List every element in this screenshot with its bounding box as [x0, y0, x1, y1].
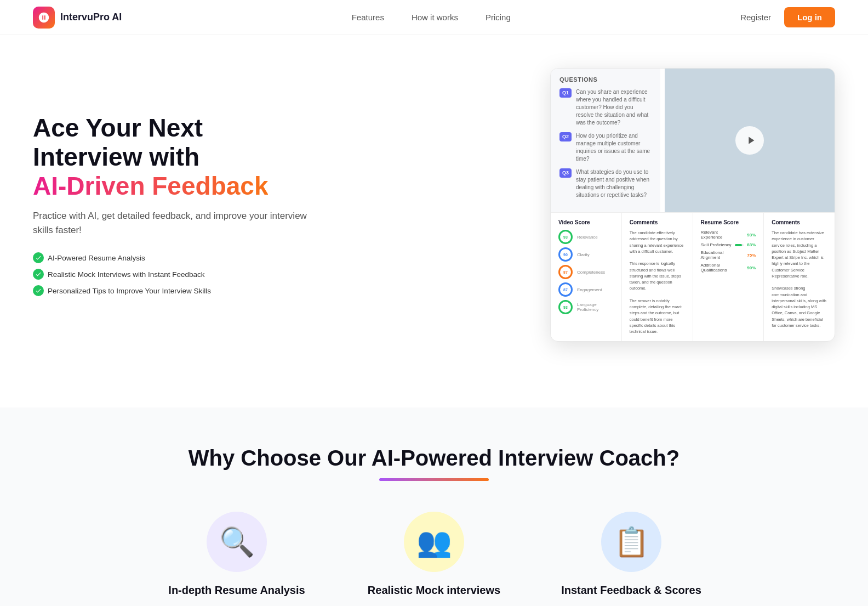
sc-metric-1: 93 Relevance [558, 230, 614, 244]
why-card-desc-mock: Practice in a stress-free environment wi… [346, 603, 522, 606]
hero-feature-3: Personalized Tips to Improve Your Interv… [33, 285, 211, 296]
nav-features[interactable]: Features [352, 13, 384, 22]
nav-actions: Register Log in [740, 7, 835, 27]
why-underline [379, 478, 489, 481]
sc-score-row-3: Educational Alignment 75% [701, 250, 756, 260]
hero-left: Ace Your Next Interview with AI-Driven F… [33, 114, 307, 297]
logo[interactable]: IntervuPro AI [33, 7, 122, 29]
nav-how-it-works[interactable]: How it works [412, 13, 458, 22]
sc-video-panel [665, 69, 835, 212]
login-button[interactable]: Log in [784, 7, 835, 27]
why-icon-resume: 🔍 [207, 512, 267, 572]
sc-q-num-1: Q1 [559, 88, 572, 98]
sc-resume-score-title: Resume Score [701, 219, 756, 225]
logo-svg [38, 12, 50, 24]
navbar: IntervuPro AI Features How it works Pric… [0, 0, 868, 35]
sc-resume-comments-text: The candidate has extensive experience i… [772, 230, 827, 329]
hero-subtitle: Practice with AI, get detailed feedback,… [33, 209, 307, 237]
hero-features: AI-Powered Resume Analysis Realistic Moc… [33, 252, 307, 296]
why-card-desc-feedback: Receive immediate feedback on your inter… [544, 603, 719, 606]
sc-score-row-1: Relevant Experience 93% [701, 230, 756, 240]
sc-q-num-3: Q3 [559, 168, 572, 178]
sc-q-num-2: Q2 [559, 132, 572, 141]
check-icon-1 [33, 252, 44, 263]
sc-donut-language: 93 [558, 300, 573, 314]
sc-bottom: Video Score 93 Relevance 90 Clarity 87 C… [551, 212, 835, 341]
sc-donut-clarity: 90 [558, 247, 573, 262]
sc-donut-completeness: 87 [558, 265, 573, 279]
feature-label-3: Personalized Tips to Improve Your Interv… [48, 287, 211, 295]
sc-donut-relevance: 93 [558, 230, 573, 244]
sc-score-row-4: Additional Qualifications 90% [701, 263, 756, 273]
sc-metric-4: 87 Engagement [558, 282, 614, 297]
why-icon-mock: 👥 [404, 512, 464, 572]
sc-q-text-2: How do you prioritize and manage multipl… [576, 132, 652, 163]
logo-text: IntervuPro AI [60, 12, 122, 23]
why-icon-feedback: 📋 [601, 512, 661, 572]
hero-feature-2: Realistic Mock Interviews with Instant F… [33, 269, 205, 280]
feature-label-1: AI-Powered Resume Analysis [48, 254, 145, 262]
screenshot-card: Questions Q1 Can you share an experience… [550, 68, 835, 342]
sc-comments-title: Comments [630, 219, 685, 225]
sc-question-2: Q2 How do you prioritize and manage mult… [559, 132, 652, 163]
sc-resume-comments-title: Comments [772, 219, 827, 225]
register-button[interactable]: Register [740, 13, 771, 22]
logo-icon [33, 7, 55, 29]
sc-score-row-2: Skill Proficiency 83% [701, 242, 756, 247]
why-card-feedback: 📋 Instant Feedback & Scores Receive imme… [544, 512, 719, 606]
why-section: Why Choose Our AI-Powered Interview Coac… [0, 407, 868, 606]
play-button[interactable] [735, 126, 764, 155]
hero-title-line1: Ace Your Next Interview with [33, 114, 203, 171]
sc-video-score-title: Video Score [558, 219, 614, 225]
hero-title: Ace Your Next Interview with AI-Driven F… [33, 114, 307, 201]
sc-q-text-3: What strategies do you use to stay patie… [576, 168, 652, 199]
sc-questions-panel: Questions Q1 Can you share an experience… [551, 69, 660, 212]
section-divider [0, 364, 868, 407]
sc-metric-3: 87 Completeness [558, 265, 614, 279]
sc-resume-score: Resume Score Relevant Experience 93% Ski… [693, 213, 764, 341]
sc-comments-text: The candidate effectively addressed the … [630, 230, 685, 335]
why-card-title-resume: In-depth Resume Analysis [168, 584, 305, 597]
sc-question-3: Q3 What strategies do you use to stay pa… [559, 168, 652, 199]
why-cards: 🔍 In-depth Resume Analysis Get detailed … [33, 512, 835, 606]
sc-question-1: Q1 Can you share an experience where you… [559, 88, 652, 127]
sc-metric-5: 93 Language Proficiency [558, 300, 614, 314]
why-card-resume: 🔍 In-depth Resume Analysis Get detailed … [149, 512, 324, 606]
sc-metric-2: 90 Clarity [558, 247, 614, 262]
check-icon-3 [33, 285, 44, 296]
why-card-title-feedback: Instant Feedback & Scores [561, 584, 701, 597]
sc-q-text-1: Can you share an experience where you ha… [576, 88, 652, 127]
hero-feature-1: AI-Powered Resume Analysis [33, 252, 145, 263]
hero-screenshot: Questions Q1 Can you share an experience… [528, 68, 835, 342]
why-title: Why Choose Our AI-Powered Interview Coac… [33, 446, 835, 471]
why-card-desc-resume: Get detailed feedback on your interview … [149, 603, 324, 606]
nav-pricing[interactable]: Pricing [486, 13, 511, 22]
sc-video-score: Video Score 93 Relevance 90 Clarity 87 C… [551, 213, 622, 341]
sc-donut-engagement: 87 [558, 282, 573, 297]
sc-resume-comments: Comments The candidate has extensive exp… [764, 213, 835, 341]
sc-video-comments: Comments The candidate effectively addre… [622, 213, 693, 341]
why-card-title-mock: Realistic Mock interviews [368, 584, 500, 597]
nav-links: Features How it works Pricing [352, 13, 511, 22]
hero-section: Ace Your Next Interview with AI-Driven F… [0, 35, 868, 364]
check-icon-2 [33, 269, 44, 280]
hero-title-gradient: AI-Driven Feedback [33, 172, 268, 200]
feature-label-2: Realistic Mock Interviews with Instant F… [48, 270, 205, 279]
sc-top: Questions Q1 Can you share an experience… [551, 69, 835, 212]
why-card-mock: 👥 Realistic Mock interviews Practice in … [346, 512, 522, 606]
sc-questions-title: Questions [559, 76, 652, 83]
